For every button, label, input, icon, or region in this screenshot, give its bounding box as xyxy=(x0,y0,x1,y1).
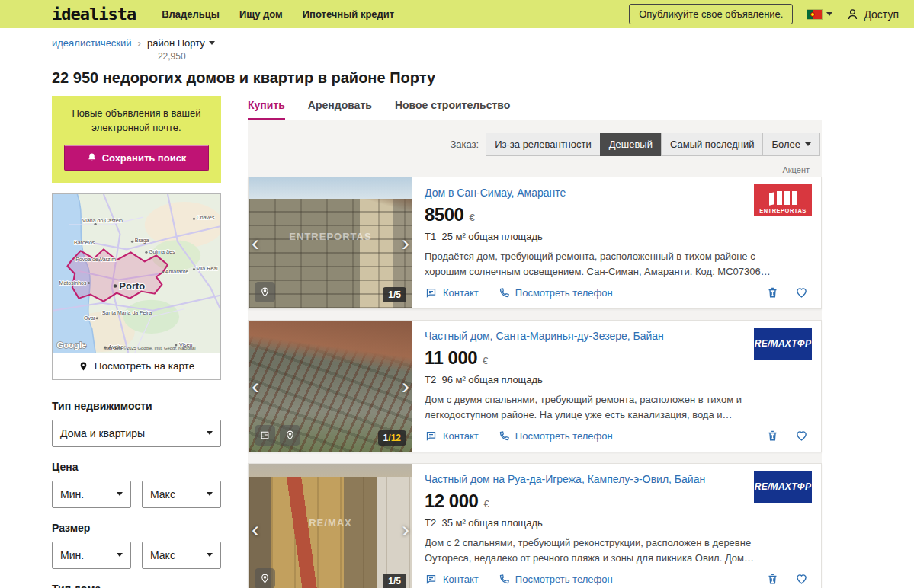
view-phone-button[interactable]: Посмотреть телефон xyxy=(499,574,613,585)
tab-new-construction[interactable]: Новое строительство xyxy=(395,99,510,120)
currency-symbol: € xyxy=(483,355,488,366)
chat-icon xyxy=(425,574,438,585)
filters-panel: Тип недвижимости Дома и квартиры Цена Ми… xyxy=(52,380,221,588)
photo-map-pin-icon[interactable] xyxy=(255,568,275,588)
alert-text: Новые объявления в вашей электронной поч… xyxy=(64,107,209,136)
listing-details: T2 35 м² общая площадь xyxy=(425,517,809,529)
listing-title[interactable]: Частный дом, Санта-Маринья-ду-Зезере, Ба… xyxy=(425,329,730,343)
contact-button[interactable]: Контакт xyxy=(425,574,479,585)
photo-next-arrow-icon[interactable]: › xyxy=(402,232,409,254)
view-phone-button[interactable]: Посмотреть телефон xyxy=(499,287,613,299)
map-attribution: Map data ©2025 Google, Inst. Geogr. Naci… xyxy=(104,346,196,350)
photo-prev-arrow-icon[interactable]: ‹ xyxy=(252,518,259,541)
chat-icon xyxy=(425,430,438,442)
nav-mortgage[interactable]: Ипотечный кредит xyxy=(303,8,394,20)
phone-icon xyxy=(499,574,510,585)
photo-prev-arrow-icon[interactable]: ‹ xyxy=(252,232,259,254)
price-min-select[interactable]: Мин. xyxy=(52,481,131,508)
sort-label: Заказ: xyxy=(450,139,479,150)
sort-more-button[interactable]: Более xyxy=(762,133,820,156)
sort-relevance-button[interactable]: Из-за релевантности xyxy=(486,133,601,156)
chevron-down-icon xyxy=(117,553,123,557)
listing-card: ENTREPORTAS ‹ › 1/5 ENTREPORTAS Дом в Са… xyxy=(248,177,822,309)
listing-description: Продаётся дом, требующий ремонта, распол… xyxy=(425,249,783,279)
login-button[interactable]: Доступ xyxy=(846,8,899,21)
google-logo: Google xyxy=(56,340,86,350)
listing-area: Заказ: Из-за релевантности Дешевый Самый… xyxy=(248,120,822,588)
map-label: Ovar xyxy=(84,315,96,321)
map-label: Guimarães xyxy=(149,249,175,254)
chevron-down-icon xyxy=(207,431,213,435)
map-label: Braga xyxy=(135,238,149,244)
photo-map-pin-icon[interactable] xyxy=(280,425,300,446)
trash-icon xyxy=(766,286,779,299)
photo-next-arrow-icon[interactable]: › xyxy=(402,518,409,541)
map-label: Matosinhos xyxy=(59,280,87,285)
bell-icon xyxy=(87,152,97,163)
map-thumbnail[interactable]: Viana do Castelo Chaves Barcelos Braga G… xyxy=(53,194,220,353)
save-search-button[interactable]: Сохранить поиск xyxy=(64,145,209,171)
size-label: Размер xyxy=(52,522,221,534)
tabs-bar: Купить Арендовать Новое строительство xyxy=(248,96,822,120)
photo-counter: 1/5 xyxy=(383,574,406,588)
photo-prev-arrow-icon[interactable]: ‹ xyxy=(252,375,259,398)
price-label: Цена xyxy=(52,461,221,473)
portugal-flag-icon xyxy=(807,9,823,20)
tab-rent[interactable]: Арендовать xyxy=(308,99,372,120)
listing-price: 8500 xyxy=(425,204,463,225)
size-min-select[interactable]: Мин. xyxy=(52,542,131,569)
phone-icon xyxy=(499,287,510,299)
property-type-select[interactable]: Дома и квартиры xyxy=(52,420,221,447)
breadcrumb-separator: › xyxy=(138,37,141,49)
view-phone-button[interactable]: Посмотреть телефон xyxy=(499,430,613,442)
listing-photo[interactable]: RE/MAX ‹ › 1/5 xyxy=(249,464,412,588)
map-label: Vila Real xyxy=(197,266,218,271)
chat-icon xyxy=(425,287,438,299)
house-type-label: Тип дома xyxy=(52,583,221,588)
photo-floorplan-icon[interactable] xyxy=(255,425,275,446)
view-on-map-button[interactable]: Посмотреть на карте xyxy=(53,353,220,379)
chevron-down-icon xyxy=(209,41,215,45)
favorite-button[interactable] xyxy=(794,286,809,299)
idealista-logo[interactable]: idealista xyxy=(52,5,136,24)
nav-search-home[interactable]: Ищу дом xyxy=(239,8,283,20)
publish-ad-button[interactable]: Опубликуйте свое объявление. xyxy=(629,4,793,24)
sort-bar: Заказ: Из-за релевантности Дешевый Самый… xyxy=(248,129,822,164)
agency-logo-remax[interactable]: RE/MAXTΦP xyxy=(754,471,812,503)
language-selector[interactable] xyxy=(807,9,832,20)
discard-button[interactable] xyxy=(766,572,779,586)
login-label: Доступ xyxy=(864,8,899,21)
listing-photo[interactable]: ENTREPORTAS ‹ › 1/5 xyxy=(249,177,412,308)
discard-button[interactable] xyxy=(766,429,779,443)
sidebar: Новые объявления в вашей электронной поч… xyxy=(52,96,221,588)
favorite-button[interactable] xyxy=(794,429,809,443)
photo-counter: 1/5 xyxy=(383,287,406,302)
agency-logo-entreportas[interactable]: ENTREPORTAS xyxy=(754,184,812,216)
sort-cheapest-button[interactable]: Дешевый xyxy=(600,133,662,156)
listing-title[interactable]: Дом в Сан-Симау, Амаранте xyxy=(425,186,730,200)
photo-counter: 1/12 xyxy=(378,430,406,446)
chevron-down-icon xyxy=(826,12,832,16)
listing-title[interactable]: Частный дом на Руа-да-Игрежа, Кампелу-э-… xyxy=(425,472,730,486)
map-label: Chaves xyxy=(197,215,215,220)
main-content: Купить Арендовать Новое строительство За… xyxy=(248,96,822,588)
favorite-button[interactable] xyxy=(794,572,809,586)
listing-price: 12 000 xyxy=(425,491,478,512)
breadcrumb-root[interactable]: идеалистический xyxy=(52,37,132,49)
size-max-select[interactable]: Макс xyxy=(142,542,221,569)
contact-button[interactable]: Контакт xyxy=(425,430,479,442)
contact-button[interactable]: Контакт xyxy=(425,287,479,299)
tab-buy[interactable]: Купить xyxy=(248,99,285,120)
breadcrumb-current[interactable]: район Порту xyxy=(147,37,215,49)
map-label: Santa Maria da Feira xyxy=(102,310,152,315)
chevron-down-icon xyxy=(117,492,123,496)
listing-details: T2 96 м² общая площадь xyxy=(425,374,809,385)
nav-owners[interactable]: Владельцы xyxy=(162,8,220,20)
price-max-select[interactable]: Макс xyxy=(142,481,221,508)
listing-photo[interactable]: ‹ › 1/12 xyxy=(249,321,412,452)
photo-map-pin-icon[interactable] xyxy=(255,282,275,302)
agency-logo-remax[interactable]: RE/MAXTΦP xyxy=(754,328,812,360)
photo-next-arrow-icon[interactable]: › xyxy=(402,375,409,398)
sort-latest-button[interactable]: Самый последний xyxy=(661,133,764,156)
discard-button[interactable] xyxy=(766,286,779,299)
